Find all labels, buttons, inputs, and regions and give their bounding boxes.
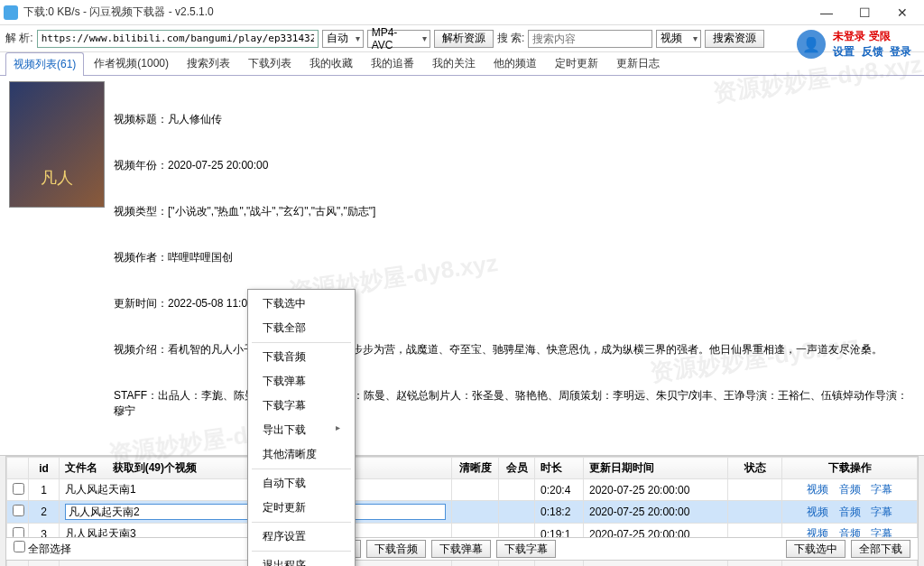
col-duration[interactable]: 时长 (535, 458, 584, 479)
category-combo[interactable]: 视频 (656, 30, 701, 48)
col-vip[interactable]: 会员 (499, 458, 535, 479)
tab-3[interactable]: 下载列表 (240, 51, 300, 75)
op-video-link[interactable]: 视频 (807, 506, 828, 518)
menu-item[interactable]: 下载选中 (248, 292, 355, 316)
tab-7[interactable]: 他的频道 (485, 51, 545, 75)
download-selected-button[interactable]: 下载选中 (786, 540, 845, 558)
parse-label: 解 析: (5, 31, 33, 46)
menu-item[interactable]: 其他清晰度 (248, 442, 355, 467)
op-audio-link[interactable]: 音频 (839, 483, 861, 496)
menu-item[interactable]: 下载音频 (248, 345, 355, 369)
poster-image: 凡人 (9, 81, 105, 208)
op-sub-link[interactable]: 字幕 (871, 483, 892, 496)
toolbar: 解 析: 自动 MP4-AVC 解析资源 搜 索: 视频 搜索资源 (0, 25, 924, 52)
cell-duration: 0:20:4 (535, 479, 584, 501)
close-button[interactable]: ✕ (892, 5, 913, 20)
menu-item[interactable]: 定时更新 (248, 496, 355, 520)
menu-item[interactable]: 导出下载 (248, 418, 355, 442)
op-audio-link[interactable]: 音频 (839, 506, 861, 518)
col-checkbox (7, 458, 29, 479)
settings-link[interactable]: 设置 (833, 45, 855, 58)
video-info: 视频标题：凡人修仙传 视频年份：2020-07-25 20:00:00 视频类型… (114, 81, 915, 450)
menu-item[interactable]: 程序设置 (248, 524, 355, 549)
op-sub-link[interactable]: 字幕 (871, 506, 892, 518)
col-quality[interactable]: 清晰度 (452, 458, 499, 479)
row-checkbox[interactable] (13, 483, 24, 495)
row-checkbox[interactable] (13, 505, 24, 516)
col-ops[interactable]: 下载操作 (782, 458, 918, 479)
tab-4[interactable]: 我的收藏 (301, 51, 361, 75)
cell-vip (499, 501, 535, 524)
tab-8[interactable]: 定时更新 (547, 51, 606, 75)
cell-date: 2020-07-25 20:00:00 (584, 479, 728, 501)
search-input[interactable] (528, 30, 652, 48)
tab-2[interactable]: 搜索列表 (179, 51, 238, 75)
menu-item[interactable]: 退出程序 (248, 553, 355, 566)
search-label: 搜 索: (497, 31, 525, 46)
bottom-bar: 全部选择 下载封面 下载音频 下载弹幕 下载字幕 下载选中 全部下载 (5, 537, 919, 561)
cell-date: 2020-07-25 20:00:00 (584, 501, 728, 524)
cell-status (728, 479, 782, 501)
format-combo[interactable]: MP4-AVC (367, 30, 430, 48)
download-danmu-button[interactable]: 下载弹幕 (431, 540, 491, 558)
parse-button[interactable]: 解析资源 (434, 30, 494, 48)
maximize-button[interactable]: ☐ (854, 5, 875, 20)
tab-strip: 视频列表(61)作者视频(1000)搜索列表下载列表我的收藏我的追番我的关注他的… (0, 52, 924, 76)
op-video-link[interactable]: 视频 (807, 483, 828, 496)
menu-item[interactable]: 下载弹幕 (248, 369, 355, 394)
download-all-button[interactable]: 全部下载 (851, 540, 910, 558)
menu-item[interactable]: 自动下载 (248, 471, 355, 496)
table-row[interactable]: 2 0:18:2 2020-07-25 20:00:00 视频 音频 字幕 (7, 501, 918, 524)
user-area: 👤 未登录 受限 设置 反馈 登录 (797, 29, 915, 60)
info-panel: 凡人 视频标题：凡人修仙传 视频年份：2020-07-25 20:00:00 视… (0, 76, 924, 456)
cell-id: 2 (29, 501, 60, 524)
tab-9[interactable]: 更新日志 (608, 51, 668, 75)
col-status[interactable]: 状态 (728, 458, 782, 479)
tab-1[interactable]: 作者视频(1000) (86, 51, 177, 75)
cell-duration: 0:18:2 (535, 501, 584, 524)
avatar[interactable]: 👤 (797, 30, 826, 59)
tab-5[interactable]: 我的追番 (363, 51, 422, 75)
menu-item[interactable]: 下载字幕 (248, 394, 355, 418)
cell-id: 1 (29, 479, 60, 501)
cell-ops: 视频 音频 字幕 (782, 501, 918, 524)
app-icon (4, 5, 18, 20)
col-date[interactable]: 更新日期时间 (584, 458, 728, 479)
menu-item[interactable]: 下载全部 (248, 316, 355, 340)
tab-0[interactable]: 视频列表(61) (5, 52, 84, 76)
cell-quality (452, 479, 499, 501)
cell-quality (452, 501, 499, 524)
download-audio-button[interactable]: 下载音频 (366, 540, 426, 558)
table-row[interactable]: 1 凡人风起天南1 0:20:4 2020-07-25 20:00:00 视频 … (7, 479, 918, 501)
cell-vip (499, 479, 535, 501)
search-button[interactable]: 搜索资源 (705, 30, 764, 48)
url-input[interactable] (37, 30, 319, 48)
cell-status (728, 501, 782, 524)
cell-ops: 视频 音频 字幕 (782, 479, 918, 501)
login-link[interactable]: 登录 (890, 45, 911, 58)
context-menu: 下载选中下载全部下载音频下载弹幕下载字幕导出下载其他清晰度自动下载定时更新程序设… (247, 289, 356, 566)
col-id[interactable]: id (29, 458, 60, 479)
login-status: 未登录 受限 (833, 29, 915, 44)
titlebar: 下载:0 KB/s - 闪豆视频下载器 - v2.5.1.0 — ☐ ✕ (0, 0, 924, 25)
auto-combo[interactable]: 自动 (322, 30, 364, 48)
download-subtitle-button[interactable]: 下载字幕 (496, 540, 556, 558)
tab-6[interactable]: 我的关注 (424, 51, 484, 75)
select-all-checkbox[interactable]: 全部选择 (14, 541, 71, 557)
feedback-link[interactable]: 反馈 (862, 45, 883, 58)
minimize-button[interactable]: — (816, 5, 837, 20)
window-title: 下载:0 KB/s - 闪豆视频下载器 - v2.5.1.0 (23, 5, 816, 20)
